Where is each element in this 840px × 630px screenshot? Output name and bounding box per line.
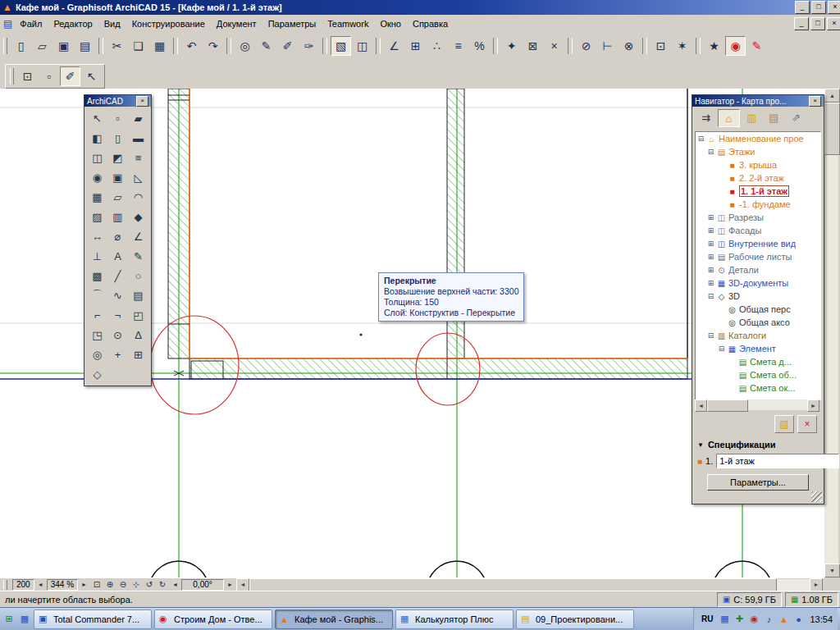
group-button[interactable]: ⊡ (651, 36, 671, 56)
menu-item[interactable]: Окно (374, 16, 407, 31)
angle-prev-icon[interactable]: ◄ (171, 580, 180, 590)
tree-item-generic-perspective[interactable]: ◎ Общая перс (696, 303, 820, 316)
tray-update-icon[interactable]: ▲ (777, 613, 790, 626)
vscroll-thumb[interactable] (824, 103, 840, 155)
curtain-wall-tool[interactable]: ▥ (107, 207, 128, 226)
copy-button[interactable]: ❏ (128, 36, 148, 56)
expander-icon[interactable]: ⊞ (707, 226, 714, 235)
tray-volume-icon[interactable]: ♪ (762, 613, 775, 626)
annotate-button[interactable]: ✎ (746, 36, 767, 56)
door-tool[interactable]: ◧ (87, 128, 107, 148)
collapse-triangle-icon[interactable]: ▼ (697, 441, 704, 449)
parameters-button[interactable]: Параметры... (707, 474, 809, 491)
mini-toolbar-grip[interactable] (10, 68, 14, 84)
adjust-button[interactable]: ⊢ (597, 36, 618, 56)
favorites-button[interactable]: ★ (704, 36, 724, 56)
mesh-tool[interactable]: ▦ (87, 187, 107, 207)
lamp-tool[interactable]: ◉ (87, 167, 107, 187)
tree-item-story-1[interactable]: ■ 1. 1-й этаж (696, 185, 820, 198)
mdi-minimize-button[interactable]: _ (794, 17, 809, 30)
stair-tool[interactable]: ≡ (128, 148, 148, 167)
mdi-close-button[interactable]: × (827, 17, 840, 30)
dimension-tool[interactable]: ↔ (87, 226, 107, 246)
column-tool[interactable]: ▯ (107, 128, 128, 148)
paste-button[interactable]: ▦ (149, 36, 170, 56)
task-archicad[interactable]: ▲ Кафе мой - Graphis... (275, 609, 393, 629)
expander-icon[interactable]: ⊞ (707, 213, 714, 221)
minimize-button[interactable]: _ (795, 1, 810, 14)
spline-tool[interactable]: ∿ (107, 285, 128, 305)
language-indicator[interactable]: RU (699, 614, 715, 624)
tree-item-schedule-doors[interactable]: ▤ Смета д... (696, 355, 820, 368)
save-button[interactable]: ▣ (53, 36, 74, 56)
expander-icon[interactable]: ⊞ (707, 279, 714, 287)
tree-item-schedule-windows[interactable]: ▤ Смета ок... (696, 381, 820, 395)
view-map-button[interactable]: ▥ (742, 109, 762, 126)
marquee-button[interactable]: ▫ (39, 66, 59, 86)
inject-parameters-button[interactable]: ✑ (299, 36, 319, 56)
zoom-prev-icon[interactable]: ◄ (36, 580, 45, 590)
tray-network-icon[interactable]: ● (792, 613, 805, 626)
fill-tool[interactable]: ▩ (87, 266, 107, 285)
expander-icon[interactable]: ⊟ (707, 331, 714, 340)
scroll-track[interactable] (748, 399, 807, 410)
object-tool[interactable]: ▣ (107, 167, 128, 187)
tree-item-story-foundation[interactable]: ■ -1. фундаме (696, 198, 820, 211)
beam-tool[interactable]: ▬ (128, 128, 148, 148)
expander-icon[interactable]: ⊞ (707, 253, 714, 261)
close-button[interactable]: × (828, 1, 840, 14)
morph-tool[interactable]: ◆ (128, 207, 148, 226)
virtual-trace-button[interactable]: ◫ (352, 36, 372, 56)
cut-button[interactable]: ✂ (107, 36, 127, 56)
expander-icon[interactable]: ⊟ (707, 148, 714, 156)
task-explorer[interactable]: ▤ 09_Проектировани... (516, 609, 634, 629)
mdi-restore-button[interactable]: □ (810, 17, 825, 30)
navigator-title-bar[interactable]: Навигатор - Карта про... × (692, 95, 824, 107)
new-document-button[interactable]: ▯ (11, 36, 31, 56)
pan-button[interactable]: ⊹ (130, 579, 143, 591)
tree-item-interior-elevations[interactable]: ⊞ ◫ Внутренние вид (696, 237, 820, 250)
scroll-up-icon[interactable]: ▲ (824, 89, 840, 103)
coordinates-button[interactable]: ∴ (427, 36, 447, 56)
explore-button[interactable]: ↻ (156, 579, 169, 591)
radial-dimension-tool[interactable]: ⌀ (107, 226, 128, 246)
tree-item-worksheets[interactable]: ⊞ ▤ Рабочие листы (696, 250, 820, 263)
hscroll-thumb[interactable] (249, 578, 777, 591)
menu-item[interactable]: Конструирование (126, 16, 211, 31)
project-map-button[interactable]: ⌂ (718, 109, 740, 127)
orbit-button[interactable]: ↺ (143, 579, 156, 591)
toolbar-grip[interactable] (3, 38, 7, 54)
expander-icon[interactable]: ⊞ (707, 266, 714, 274)
start-button[interactable]: ⊞ (2, 613, 16, 626)
menu-item[interactable]: Вид (98, 16, 126, 31)
roof-tool[interactable]: ◺ (128, 167, 148, 187)
zoom-in-button[interactable]: ⊕ (103, 579, 116, 591)
shell-tool[interactable]: ◠ (128, 187, 148, 207)
slab-tool[interactable]: ▱ (107, 187, 128, 207)
menu-item[interactable]: Файл (14, 16, 48, 31)
intersect-button[interactable]: ⊗ (619, 36, 639, 56)
new-item-button[interactable]: ▨ (774, 415, 794, 433)
change-tool[interactable]: Δ (128, 325, 148, 345)
task-calculator[interactable]: ▦ Калькулятор Плюс (395, 609, 514, 629)
tray-antivirus-icon[interactable]: ◉ (747, 613, 760, 626)
spec-section-header[interactable]: ▼ Спецификации (692, 438, 824, 451)
tree-hscrollbar[interactable]: ◄ ► (695, 399, 819, 410)
tray-shield-icon[interactable]: ✚ (733, 613, 746, 626)
circle-tool[interactable]: ○ (128, 266, 148, 285)
tree-item-story-roof[interactable]: ■ 3. крыша (696, 158, 820, 171)
tree-item-schedules[interactable]: ⊟ ▥ Каталоги (696, 329, 820, 342)
expander-icon[interactable]: ⊟ (707, 292, 714, 300)
task-total-commander[interactable]: ▣ Total Commander 7... (34, 609, 152, 629)
maximize-button[interactable]: □ (811, 1, 826, 14)
figure-tool[interactable]: ▤ (128, 285, 148, 305)
toolbox-close-icon[interactable]: × (136, 96, 148, 107)
window-tool[interactable]: ◫ (87, 148, 107, 167)
undo-button[interactable]: ↶ (181, 36, 202, 56)
label-tool[interactable]: ✎ (128, 246, 148, 266)
tree-item-details[interactable]: ⊞ ⊙ Детали (696, 263, 820, 276)
renovation-button[interactable]: ✦ (501, 36, 522, 56)
tree-item-generic-axonometry[interactable]: ◎ Общая аксо (696, 316, 820, 329)
tree-item-stories[interactable]: ⊟ ▤ Этажи (696, 145, 820, 158)
navigator-close-icon[interactable]: × (809, 96, 821, 107)
